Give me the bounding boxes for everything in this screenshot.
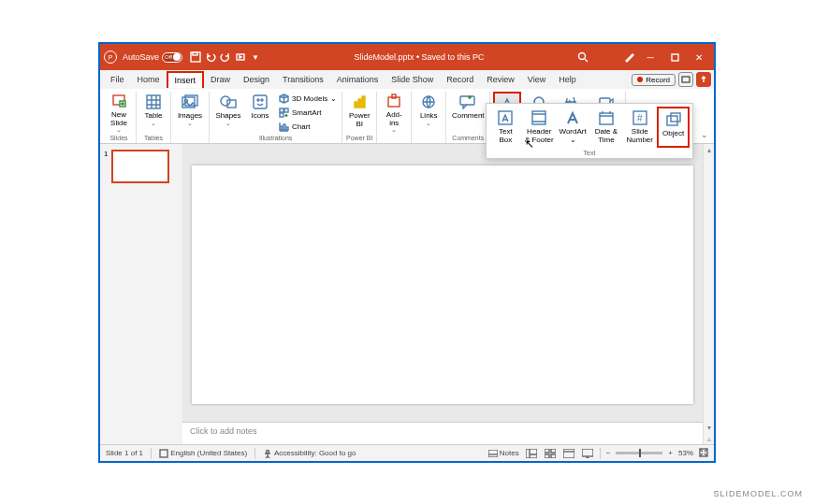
minimize-button[interactable]: ─ <box>639 46 661 68</box>
zoom-in-button[interactable]: + <box>668 449 673 457</box>
tab-transitions[interactable]: Transitions <box>276 72 330 87</box>
svg-rect-19 <box>280 113 283 117</box>
slide-thumbnails-panel: 1 <box>100 144 182 444</box>
popup-group-label: Text <box>489 148 690 158</box>
toggle-switch-icon[interactable]: Off <box>162 52 182 63</box>
accessibility-indicator[interactable]: Accessibility: Good to go <box>263 449 356 458</box>
3d-models-button[interactable]: 3D Models ⌄ <box>276 92 339 105</box>
record-button[interactable]: Record <box>632 74 676 86</box>
slide-canvas[interactable] <box>192 166 693 404</box>
object-button[interactable]: Object <box>657 107 690 148</box>
tab-review[interactable]: Review <box>480 72 521 87</box>
tab-slideshow[interactable]: Slide Show <box>385 72 440 87</box>
scroll-up-icon[interactable]: ▴ <box>707 144 711 155</box>
share-button[interactable] <box>696 72 711 87</box>
zoom-slider[interactable] <box>616 452 662 454</box>
svg-rect-20 <box>281 126 283 130</box>
table-icon <box>145 94 162 110</box>
tab-file[interactable]: File <box>104 72 131 87</box>
notes-pane[interactable]: Click to add notes <box>182 422 703 444</box>
reading-view-icon[interactable] <box>562 448 575 459</box>
svg-rect-42 <box>499 111 512 124</box>
close-button[interactable]: ✕ <box>688 46 710 68</box>
tab-home[interactable]: Home <box>131 72 167 87</box>
svg-rect-36 <box>551 449 556 453</box>
tab-draw[interactable]: Draw <box>204 72 237 87</box>
pen-icon[interactable] <box>622 50 637 65</box>
tab-design[interactable]: Design <box>237 72 276 87</box>
group-tables: Table⌄ Tables <box>137 92 171 143</box>
thumb-number: 1 <box>104 150 108 183</box>
svg-rect-39 <box>563 449 574 458</box>
notes-toggle[interactable]: Notes <box>488 449 519 457</box>
powerbi-icon <box>351 94 368 110</box>
new-slide-button[interactable]: New Slide⌄ <box>105 92 133 133</box>
group-addins: Add- ins⌄ <box>377 92 412 143</box>
tab-help[interactable]: Help <box>552 72 583 87</box>
wordart-button[interactable]: WordArt⌄ <box>557 107 589 148</box>
search-icon[interactable] <box>575 50 590 65</box>
object-icon <box>665 111 682 128</box>
undo-icon[interactable] <box>203 50 218 65</box>
language-indicator[interactable]: English (United States) <box>159 449 247 458</box>
slide-number-button[interactable]: # Slide Number <box>623 107 656 148</box>
slideshow-view-icon[interactable] <box>581 448 594 459</box>
svg-rect-48 <box>671 113 680 122</box>
table-button[interactable]: Table⌄ <box>139 92 167 133</box>
chart-button[interactable]: Chart <box>276 120 339 133</box>
smartart-icon <box>278 107 289 118</box>
icons-button[interactable]: Icons <box>246 92 274 133</box>
cube-icon <box>278 93 289 104</box>
smartart-button[interactable]: SmartArt <box>276 106 339 119</box>
redo-icon[interactable] <box>218 50 233 65</box>
zoom-percentage[interactable]: 53% <box>678 449 693 457</box>
images-button[interactable]: Images⌄ <box>174 92 206 133</box>
present-button[interactable] <box>678 72 693 87</box>
fit-to-window-icon[interactable] <box>699 448 708 459</box>
tab-insert[interactable]: Insert <box>167 71 205 88</box>
svg-rect-35 <box>545 449 549 453</box>
qat-more-icon[interactable]: ▼ <box>248 50 263 65</box>
document-title: SlideModel.pptx • Saved to this PC <box>263 52 575 62</box>
start-from-beginning-icon[interactable] <box>233 50 248 65</box>
svg-point-12 <box>221 96 230 106</box>
slide-number-icon: # <box>632 109 648 126</box>
group-powerbi: Power BI Power BI <box>342 92 377 143</box>
work-area: 1 Click to add notes ▴ ▾ ▵ <box>100 144 714 444</box>
slide-counter[interactable]: Slide 1 of 1 <box>106 449 143 457</box>
scroll-split-icon[interactable]: ▵ <box>707 433 711 444</box>
svg-rect-47 <box>667 116 677 125</box>
svg-rect-43 <box>532 111 545 124</box>
scroll-down-icon[interactable]: ▾ <box>707 422 711 433</box>
svg-rect-23 <box>355 102 357 108</box>
tab-view[interactable]: View <box>521 72 552 87</box>
autosave-toggle[interactable]: AutoSave Off <box>123 52 182 63</box>
svg-rect-44 <box>600 113 613 124</box>
shapes-button[interactable]: Shapes⌄ <box>212 92 244 133</box>
powerpoint-icon: P <box>104 50 117 64</box>
links-button[interactable]: Links⌄ <box>414 92 443 133</box>
shapes-icon <box>220 94 237 110</box>
slide-thumbnail-1[interactable] <box>111 150 169 183</box>
svg-text:#: # <box>637 113 643 123</box>
maximize-button[interactable] <box>663 46 686 68</box>
date-time-button[interactable]: Date & Time <box>589 107 622 148</box>
normal-view-icon[interactable] <box>525 448 538 459</box>
svg-rect-5 <box>682 77 690 82</box>
collapse-ribbon-icon[interactable]: ⌄ <box>697 126 712 143</box>
text-box-button[interactable]: Text Box <box>489 107 522 148</box>
zoom-out-button[interactable]: − <box>606 449 611 457</box>
vertical-scrollbar[interactable]: ▴ ▾ ▵ <box>703 144 714 444</box>
addins-button[interactable]: Add- ins⌄ <box>380 92 408 133</box>
save-icon[interactable] <box>188 50 203 65</box>
sorter-view-icon[interactable] <box>544 448 557 459</box>
powerbi-button[interactable]: Power BI <box>345 92 373 133</box>
tab-animations[interactable]: Animations <box>330 72 385 87</box>
tab-record[interactable]: Record <box>440 72 480 87</box>
comment-button[interactable]: Comment <box>449 92 487 133</box>
svg-rect-29 <box>460 96 474 105</box>
comment-icon <box>459 94 476 110</box>
svg-rect-8 <box>147 95 160 108</box>
header-footer-button[interactable]: Header & Footer <box>523 107 556 148</box>
svg-rect-24 <box>358 99 361 108</box>
